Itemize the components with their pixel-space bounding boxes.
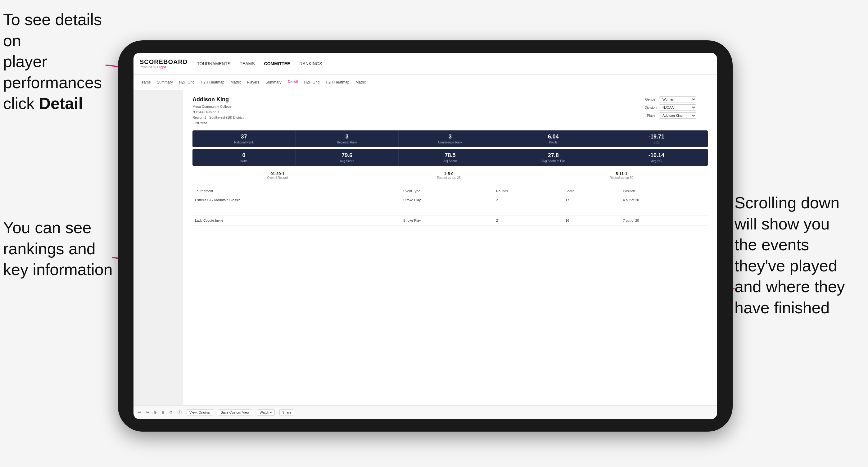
player-filters: Gender Women Division NJCAA I [640, 96, 708, 119]
record-overall-value: 91-20-1 [267, 172, 288, 176]
subnav-h2h-grid[interactable]: H2H Grid [179, 79, 195, 86]
nav-bar: SCOREBOARD Powered by clippd TOURNAMENTS… [133, 53, 717, 74]
table-row [192, 205, 708, 216]
nav-committee[interactable]: COMMITTEE [264, 60, 290, 68]
player-header: Addison King Mesa Community College NJCA… [192, 96, 708, 126]
table-row: Estrella CC- Mountain Classic Stroke Pla… [192, 195, 708, 205]
toolbar-zoom-out-icon[interactable]: ⊖ [154, 410, 157, 414]
record-overall: 91-20-1 Overall Record [267, 172, 288, 180]
filter-gender-row: Gender Women [640, 96, 708, 102]
th-score: Score [563, 187, 620, 195]
td-position-empty [621, 205, 708, 216]
player-college: Mesa Community College [192, 105, 231, 108]
toolbar-settings-icon[interactable]: ⚙ [169, 410, 173, 414]
filter-division-label: Division [640, 105, 657, 109]
nav-teams[interactable]: TEAMS [240, 60, 254, 68]
nav-tournaments[interactable]: TOURNAMENTS [197, 60, 230, 68]
stat-sos: -19.71 SoS [605, 130, 708, 147]
td-position-1: 4 out of 20 [621, 195, 708, 205]
record-top50: 5-11-1 Record vs top 50 [610, 172, 633, 180]
td-rounds-1: 2 [494, 195, 563, 205]
toolbar-save-custom-view-button[interactable]: Save Custom View [218, 409, 252, 415]
records-row: 91-20-1 Overall Record 1-5-0 Record vs t… [192, 169, 708, 182]
logo-powered: Powered by clippd [140, 65, 187, 69]
player-year: First Year [192, 121, 207, 125]
td-rounds-empty [494, 205, 563, 216]
subnav-players[interactable]: Players [247, 79, 259, 86]
stat-avg-score-par: 27.8 Avg Score to Par [502, 149, 605, 166]
stat-conference-rank-value: 3 [401, 133, 499, 140]
tablet-screen: SCOREBOARD Powered by clippd TOURNAMENTS… [133, 53, 717, 419]
stats-row1: 37 National Rank 3 Regional Rank 3 Confe… [192, 130, 708, 147]
tablet-device: SCOREBOARD Powered by clippd TOURNAMENTS… [118, 40, 733, 432]
stat-points-value: 6.04 [504, 133, 602, 140]
stat-national-rank: 37 National Rank [192, 130, 296, 147]
stat-avg-sg-label: Avg SG [608, 159, 705, 163]
toolbar-redo-icon[interactable]: ↪ [146, 410, 149, 414]
toolbar-view-original-label: View: Original [189, 410, 211, 414]
stat-wins-label: Wins [195, 159, 293, 163]
logo-area: SCOREBOARD Powered by clippd [140, 58, 187, 69]
content-panel: Addison King Mesa Community College NJCA… [183, 90, 717, 405]
stat-avg-sg: -10.14 Avg SG [605, 149, 708, 166]
filter-player-row: Player Addison King [640, 113, 708, 119]
nav-rankings[interactable]: RANKINGS [300, 60, 322, 68]
tournament-table: Tournament Event Type Rounds Score Posit… [192, 187, 708, 226]
toolbar-view-original-button[interactable]: View: Original [187, 409, 213, 415]
stat-sos-label: SoS [608, 141, 705, 144]
td-tournament-empty [192, 205, 401, 216]
stat-conference-rank: 3 Conference Rank [399, 130, 502, 147]
player-name: Addison King [192, 96, 243, 103]
subnav-teams[interactable]: Teams [140, 79, 151, 86]
th-rounds: Rounds [494, 187, 563, 195]
subnav-summary[interactable]: Summary [157, 79, 173, 86]
annotation-right: Scrolling down will show you the events … [735, 192, 865, 319]
stat-avg-score-par-value: 27.8 [504, 152, 602, 159]
th-position: Position [621, 187, 708, 195]
td-tournament-1: Estrella CC- Mountain Classic [192, 195, 401, 205]
stat-wins: 0 Wins [192, 149, 296, 166]
record-overall-label: Overall Record [267, 176, 288, 180]
subnav-h2h-heatmap[interactable]: H2H Heatmap [201, 79, 224, 86]
stat-adj-score-value: 78.5 [401, 152, 499, 159]
td-event-type-1: Stroke Play [401, 195, 494, 205]
toolbar-share-button[interactable]: Share [279, 409, 294, 415]
subnav-matrix2[interactable]: Matrix [356, 79, 366, 86]
th-tournament: Tournament [192, 187, 401, 195]
stat-conference-rank-label: Conference Rank [401, 141, 499, 144]
subnav-h2h-grid2[interactable]: H2H Grid [304, 79, 319, 86]
stat-adj-score: 78.5 Adj Score [399, 149, 502, 166]
filter-division-select[interactable]: NJCAA I [659, 104, 696, 111]
stats-row2: 0 Wins 79.6 Avg Score 78.5 Adj Score 27.… [192, 149, 708, 166]
toolbar-clock-icon[interactable]: 🕐 [177, 410, 182, 414]
toolbar-watch-button[interactable]: Watch ▾ [257, 409, 275, 416]
stat-sos-value: -19.71 [608, 133, 705, 140]
stat-avg-score-label: Avg Score [298, 159, 396, 163]
stat-avg-score-value: 79.6 [298, 152, 396, 159]
stat-national-rank-label: National Rank [195, 141, 293, 144]
subnav-detail[interactable]: Detail [288, 78, 298, 86]
nav-links: TOURNAMENTS TEAMS COMMITTEE RANKINGS [197, 60, 322, 68]
stat-national-rank-value: 37 [195, 133, 293, 140]
filter-player-label: Player [640, 114, 657, 117]
subnav-matrix[interactable]: Matrix [231, 79, 241, 86]
record-top25-label: Record vs top 25 [437, 176, 461, 180]
record-top50-value: 5-11-1 [610, 172, 633, 176]
td-score-1: 17 [563, 195, 620, 205]
record-top25: 1-5-0 Record vs top 25 [437, 172, 461, 180]
toolbar-undo-icon[interactable]: ↩ [138, 410, 141, 414]
td-score-empty [563, 205, 620, 216]
main-content: Addison King Mesa Community College NJCA… [133, 90, 717, 405]
stat-avg-score-par-label: Avg Score to Par [504, 159, 602, 163]
filter-gender-label: Gender [640, 97, 657, 101]
subnav-h2h-heatmap2[interactable]: H2H Heatmap [326, 79, 349, 86]
filter-gender-select[interactable]: Women [659, 96, 696, 102]
toolbar-share-label: Share [282, 410, 291, 414]
toolbar-zoom-in-icon[interactable]: ⊕ [161, 410, 164, 414]
filter-player-select[interactable]: Addison King [659, 113, 696, 119]
td-event-type-empty [401, 205, 494, 216]
bottom-toolbar: ↩ ↪ ⊖ ⊕ ⚙ 🕐 View: Original Save Custom V… [133, 405, 717, 419]
td-rounds-2: 2 [494, 216, 563, 226]
subnav-summary2[interactable]: Summary [266, 79, 281, 86]
td-score-2: 16 [563, 216, 620, 226]
